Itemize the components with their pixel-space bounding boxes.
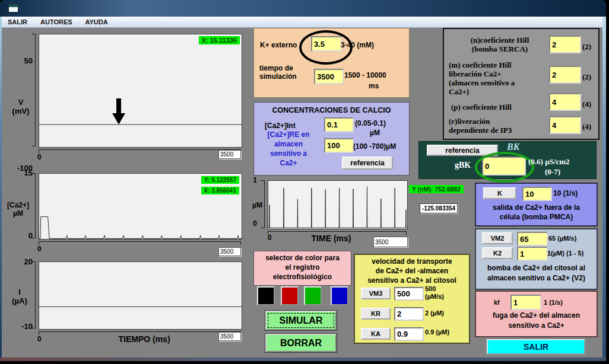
- menu-item-autores[interactable]: AUTORES: [40, 18, 72, 25]
- gbk-panel: referencia BK gBK (0.6) µS/cm2 (0-7): [418, 141, 597, 179]
- hill-r-input[interactable]: [549, 116, 581, 134]
- simular-button[interactable]: SIMULAR: [265, 311, 337, 330]
- calcium-referencia-button[interactable]: referencia: [342, 157, 393, 170]
- time-plot-canvas[interactable]: [268, 180, 408, 229]
- salir-button[interactable]: SALIR: [487, 339, 585, 355]
- v-plot-yaxis: [35, 34, 38, 146]
- ca-int-input[interactable]: [324, 117, 354, 132]
- menu-item-ayuda[interactable]: AYUDA: [85, 18, 108, 25]
- color-selector-panel: selector de color para el registro elect…: [253, 251, 351, 286]
- v-plot-ylabel: V (mV): [7, 98, 35, 116]
- vm3-button[interactable]: VM3: [361, 288, 391, 299]
- k2-button[interactable]: K2: [482, 247, 513, 259]
- tiempo-input[interactable]: [314, 69, 344, 84]
- k-button[interactable]: K: [483, 187, 516, 199]
- v-cursor-readout: X: 15.11335: [199, 36, 240, 44]
- stimulus-panel: K+ externo 3-40 (mM) tiempo de simulació…: [253, 28, 410, 98]
- v-plot-ymax-label: 50: [9, 56, 33, 65]
- extra-value-readout: -125.083354: [420, 203, 458, 213]
- calcium-panel-title: CONCENTRACIONES DE CALCIO: [254, 106, 409, 114]
- vm2-range: 65 (µM/s): [548, 235, 576, 242]
- v-plot-canvas[interactable]: X: 15.11335: [39, 34, 242, 148]
- ca-plot-x0: 0: [37, 245, 42, 253]
- leak-panel-desc: fuga de Ca2+ del almacen sensitivo a Ca2…: [476, 311, 597, 331]
- time-plot-ylabel: µM: [252, 201, 262, 209]
- tiempo-range: 1500 - 10000: [344, 71, 386, 79]
- transport-panel-title: velocidad de transporte de Ca2+ del -alm…: [355, 257, 469, 285]
- kf-range: 1 (1/s): [544, 299, 563, 306]
- borrar-button[interactable]: BORRAR: [265, 334, 337, 352]
- i-plot-ymax-label: 20: [9, 257, 33, 266]
- ka-button[interactable]: KA: [361, 328, 391, 340]
- hill-m-label: (m) coeficiente Hill liberación Ca2+ (al…: [449, 60, 554, 96]
- ca-re-input[interactable]: [324, 138, 354, 153]
- ca-plot-ymax-label: 15: [9, 168, 33, 177]
- gbk-input[interactable]: [482, 157, 526, 175]
- i-plot-x0: 0: [37, 335, 42, 343]
- hill-m-input[interactable]: [549, 66, 581, 84]
- hill-p-input[interactable]: [549, 93, 581, 111]
- pmca-panel: K 10 (1/s) salida de Ca2+ fuera de la cé…: [475, 183, 598, 226]
- k-range: 10 (1/s): [553, 189, 578, 197]
- client-area: 50 -100 V (mV) X: 15.11335 0 15 0 [Ca2+]…: [2, 28, 602, 357]
- i-plot-canvas[interactable]: [39, 261, 242, 330]
- kr-input[interactable]: [394, 307, 424, 321]
- leak-panel: kf 1 (1/s) fuga de Ca2+ del almacen sens…: [475, 290, 598, 337]
- gbk-referencia-button[interactable]: referencia: [427, 145, 498, 156]
- i-plot-xend-input[interactable]: [218, 332, 241, 341]
- v-plot-xaxis: [39, 149, 241, 153]
- tiempo-label: tiempo de simulación: [259, 64, 297, 81]
- kr-range: 2 (µM): [425, 309, 444, 317]
- window-border-bottom: [0, 357, 606, 361]
- i-plot-xlabel: TIEMPO (ms): [85, 334, 204, 344]
- vm2-button[interactable]: VM2: [482, 232, 513, 244]
- title-bar: [0, 0, 606, 17]
- vm3-range: 500 (µM/s): [425, 285, 444, 301]
- color-swatch-black[interactable]: [257, 286, 275, 305]
- kf-input[interactable]: [510, 295, 541, 310]
- color-swatch-red[interactable]: [281, 286, 299, 305]
- hill-panel: (n)coeficiente Hill (bomba SERCA) (2) (m…: [443, 28, 600, 140]
- v-plot-xend-input[interactable]: [218, 150, 241, 159]
- ka-range: 0.9 (µM): [425, 328, 449, 336]
- menu-item-salir[interactable]: SALIR: [8, 18, 27, 25]
- ca-cursor-x-readout: X: 3.856041: [201, 187, 240, 194]
- window-border-left: [0, 17, 2, 357]
- v-plot-x0: 0: [37, 153, 42, 161]
- k-externo-input[interactable]: [311, 36, 342, 52]
- kr-button[interactable]: KR: [361, 308, 391, 320]
- time-plot-ymin-label: 0: [246, 219, 257, 228]
- serca-panel-desc: bomba de Ca2+ del citosol al almacen sen…: [476, 263, 597, 283]
- transport-panel: velocidad de transporte de Ca2+ del -alm…: [354, 254, 470, 344]
- k2-range: 1(µM) (1 - 5): [547, 250, 583, 257]
- k-input[interactable]: [522, 187, 552, 201]
- vm2-input[interactable]: [517, 232, 548, 246]
- ka-input[interactable]: [394, 327, 424, 341]
- serca-panel: VM2 65 (µM/s) K2 1(µM) (1 - 5) bomba de …: [475, 228, 598, 290]
- app-window: SALIR AUTORES AYUDA 50 -100 V (mV) X: 15…: [0, 0, 606, 361]
- ca-plot-yaxis: [35, 173, 38, 238]
- ca-plot-ylabel: [Ca2+] µM: [2, 201, 34, 218]
- ca-plot-canvas[interactable]: Y: 5.122557 X: 3.856041: [39, 173, 242, 240]
- hill-n-input[interactable]: [549, 36, 581, 53]
- time-plot-xend-input[interactable]: [373, 237, 408, 247]
- bk-label: BK: [507, 142, 519, 152]
- ca-plot-xend-input[interactable]: [218, 247, 241, 256]
- color-swatch-green[interactable]: [304, 286, 322, 305]
- hill-n-default: (2): [582, 42, 591, 52]
- menu-bar: SALIR AUTORES AYUDA: [2, 17, 606, 28]
- k-externo-range: 3-40 (mM): [341, 41, 374, 49]
- hill-r-default: (4): [582, 122, 591, 132]
- ca-int-label: [Ca2+]Int: [265, 122, 296, 130]
- ca-int-units: µM: [370, 129, 380, 137]
- k2-input[interactable]: [517, 247, 548, 261]
- time-plot-yaxis: [264, 180, 267, 228]
- vm3-input[interactable]: [394, 287, 424, 301]
- ca-re-label: [Ca2+]RE en almacen sensitivo a Ca2+: [255, 130, 322, 168]
- k-panel-desc: salida de Ca2+ fuera de la célula (bomba…: [476, 203, 597, 222]
- gbk-range1: (0.6) µS/cm2: [528, 157, 570, 167]
- ca-int-range: (0.05-0.1): [355, 119, 386, 127]
- window-border-right: [602, 17, 606, 357]
- color-swatch-blue[interactable]: [331, 286, 348, 305]
- time-plot-x0: 0: [268, 234, 272, 242]
